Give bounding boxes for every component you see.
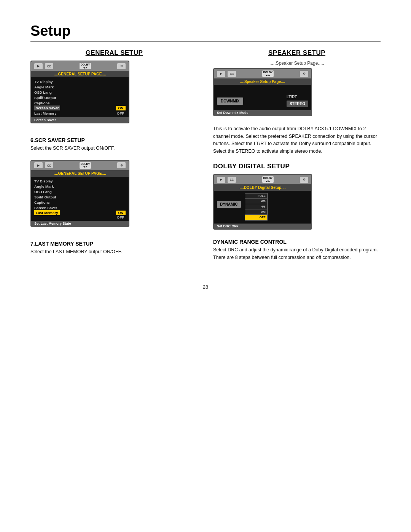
last-memory-text: Select the LAST MEMORY output ON/OFF. [30, 248, 198, 256]
osd1-item-spdif: Spdif Output [34, 95, 126, 100]
settings-icon-1: ⚙ [117, 63, 126, 69]
osd2-off-text: OFF [117, 215, 126, 219]
settings-icon-sp: ⚙ [300, 71, 308, 77]
settings-icon-2: ⚙ [117, 162, 126, 168]
page-title: Setup [30, 23, 381, 42]
drc-full: FULL [245, 193, 267, 199]
speaker-icon-1: cc [45, 63, 53, 69]
dolby-logo-2: DOLBY◄► [80, 162, 91, 169]
osd1-footer: Screen Saver [31, 117, 129, 123]
speaker-icon-dd: cc [228, 177, 236, 183]
drc-body-text: Select DRC and adjust the dynamic range … [213, 246, 381, 261]
osd1-item-osd: OSD Lang [34, 89, 126, 95]
speaker-note: .....Speaker Setup Page..... [213, 61, 381, 66]
disc-icon: ▶ [34, 63, 43, 69]
osd2-footer: Set Last Memory State [31, 221, 129, 226]
scr-saver-text: Select the SCR SAVER output ON/OFF. [30, 145, 198, 152]
dynamic-button: DYNAMIC [217, 201, 241, 208]
osd-screen-1: ▶ cc DOLBY◄► ⚙ ....GENERAL SETUP PAGE...… [30, 61, 129, 123]
osd1-screen-saver: Screen Saver [34, 105, 60, 110]
drc-2-8: 2/8 [245, 209, 267, 215]
disc-icon-dd: ▶ [217, 177, 225, 183]
settings-icon-dd: ⚙ [300, 177, 308, 183]
drc-off: OFF [245, 215, 267, 220]
last-memory-heading: 7.LAST MEMORY SETUP [30, 241, 198, 247]
dolby-logo-1: DOLBY◄► [80, 63, 91, 69]
speaker-setup-title: SPEAKER SETUP [213, 49, 381, 57]
osd2-header: ....GENERAL SETUP PAGE.... [31, 170, 129, 177]
osd-dolby-screen: ▶ cc DOLBY◄► ⚙ ....DOLBY Digital Setup..… [213, 174, 312, 230]
downmix-button: DOWNMIX [217, 97, 243, 105]
osd-screen-2: ▶ cc DOLBY◄► ⚙ ....GENERAL SETUP PAGE...… [30, 160, 129, 227]
osd2-item-screen: Screen Saver [34, 205, 126, 210]
osd1-last-memory: Last Memory [34, 110, 57, 116]
page-number: 28 [30, 284, 381, 290]
drc-6-8: 6/8 [245, 199, 267, 204]
osd1-item-tv: TV Display [34, 79, 126, 84]
osd2-item-captions: Captions [34, 200, 126, 205]
speaker-icon-sp: cc [228, 71, 236, 77]
osd-dolby-header: ....DOLBY Digital Setup.... [214, 184, 311, 191]
osd2-item-tv: TV Display [34, 178, 126, 184]
disc-icon-sp: ▶ [217, 71, 225, 77]
speaker-body-text: This is to activate the audio output fro… [213, 125, 381, 155]
drc-heading: DYNAMIC RANGE CONTROL [213, 239, 381, 245]
ltrt-label: LT/RT [287, 95, 297, 99]
osd2-item-angle: Angle Mark [34, 184, 126, 189]
osd2-item-spdif: Spdif Output [34, 194, 126, 200]
stereo-label: STEREO [287, 101, 308, 107]
osd1-off-text: OFF [117, 111, 126, 115]
osd-speaker-footer: Set Downmix Mode [214, 110, 311, 115]
general-setup-title: GENERAL SETUP [30, 49, 198, 57]
osd2-item-osd: OSD Lang [34, 189, 126, 194]
disc-icon-2: ▶ [34, 162, 43, 168]
osd1-item-angle: Angle Mark [34, 84, 126, 89]
osd2-on-badge: ON [116, 211, 126, 215]
osd2-last-memory-highlight: Last Memory [34, 210, 60, 215]
osd-speaker-header: ....Speaker Setup Page.... [214, 78, 311, 85]
dolby-logo-sp: DOLBY◄► [262, 70, 274, 77]
drc-4-8: 4/8 [245, 204, 267, 209]
scr-saver-heading: 6.SCR SAVER SETUP [30, 137, 198, 143]
osd1-item-captions: Captions [34, 100, 126, 105]
osd-dolby-footer: Set DRC OFF [214, 224, 311, 229]
osd1-on-badge: ON [116, 106, 126, 110]
osd1-header: ....GENERAL SETUP PAGE.... [31, 71, 129, 77]
dolby-logo-dd: DOLBY◄► [262, 176, 274, 183]
dolby-digital-title: DOLBY DIGITAL SETUP [213, 163, 381, 170]
osd-speaker-screen: ▶ cc DOLBY◄► ⚙ ....Speaker Setup Page...… [213, 68, 312, 116]
drc-bar: FULL 6/8 4/8 2/8 OFF [245, 193, 268, 220]
speaker-icon-2: cc [45, 162, 53, 168]
